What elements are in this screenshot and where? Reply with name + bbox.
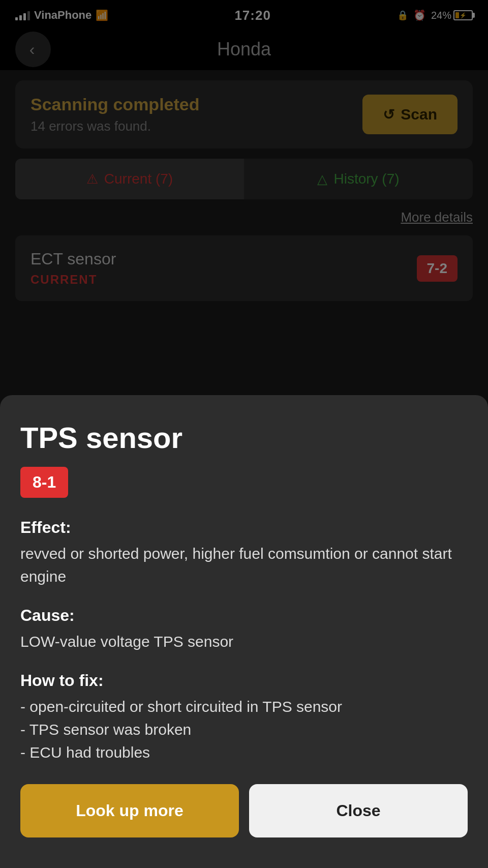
bolt-icon: ⚡ xyxy=(460,12,467,19)
scan-button-label: Scan xyxy=(401,106,437,123)
effect-label: Effect: xyxy=(20,518,468,537)
scan-info: Scanning completed 14 errors was found. xyxy=(30,95,200,134)
signal-bars-icon xyxy=(15,10,30,20)
how-to-fix-section: How to fix: - open-circuited or short ci… xyxy=(20,671,468,764)
nav-header: ‹ Honda xyxy=(0,28,488,70)
status-bar: VinaPhone 📶 17:20 🔒 ⏰ 24% ⚡ xyxy=(0,0,488,28)
tab-current-label: Current (7) xyxy=(104,171,173,187)
effect-text: revved or shorted power, higher fuel com… xyxy=(20,542,468,588)
how-to-fix-label: How to fix: xyxy=(20,671,468,690)
bottom-sheet: TPS sensor 8-1 Effect: revved or shorted… xyxy=(0,395,488,868)
warning-icon-current: ⚠ xyxy=(86,171,98,187)
error-code-badge: 7-2 xyxy=(417,255,458,282)
tabs-container: ⚠ Current (7) △ History (7) xyxy=(15,159,473,199)
battery-percent-label: 24% xyxy=(431,10,451,21)
scan-card: Scanning completed 14 errors was found. … xyxy=(15,80,473,148)
back-button[interactable]: ‹ xyxy=(15,32,51,67)
sensor-code-badge: 8-1 xyxy=(20,467,68,498)
refresh-icon: ↺ xyxy=(383,106,394,123)
lock-icon: 🔒 xyxy=(397,10,408,21)
cause-label: Cause: xyxy=(20,606,468,625)
close-button[interactable]: Close xyxy=(249,784,468,837)
battery-container: 24% ⚡ xyxy=(431,10,473,21)
effect-section: Effect: revved or shorted power, higher … xyxy=(20,518,468,588)
back-chevron-icon: ‹ xyxy=(29,40,35,59)
bottom-actions: Look up more Close xyxy=(20,784,468,837)
look-up-more-button[interactable]: Look up more xyxy=(20,784,239,837)
how-to-fix-text: - open-circuited or short circuited in T… xyxy=(20,695,468,764)
scan-status-label: Scanning completed xyxy=(30,95,200,114)
sensor-title: TPS sensor xyxy=(20,421,468,455)
alarm-icon: ⏰ xyxy=(413,9,426,21)
more-details-row: More details xyxy=(0,199,488,230)
error-info: ECT sensor CURRENT xyxy=(30,250,116,287)
tab-history[interactable]: △ History (7) xyxy=(244,159,473,199)
more-details-link[interactable]: More details xyxy=(401,209,473,225)
page-title: Honda xyxy=(217,39,271,60)
battery-fill xyxy=(455,12,459,18)
error-item[interactable]: ECT sensor CURRENT 7-2 xyxy=(15,235,473,301)
cause-text: LOW-value voltage TPS sensor xyxy=(20,630,468,653)
tab-current[interactable]: ⚠ Current (7) xyxy=(15,159,244,199)
error-name-label: ECT sensor xyxy=(30,250,116,268)
tab-history-label: History (7) xyxy=(333,171,399,187)
battery-icon: ⚡ xyxy=(453,10,473,20)
carrier-label: VinaPhone xyxy=(34,9,92,22)
cause-section: Cause: LOW-value voltage TPS sensor xyxy=(20,606,468,653)
warning-icon-history: △ xyxy=(317,171,327,187)
status-right: 🔒 ⏰ 24% ⚡ xyxy=(397,9,473,21)
time-label: 17:20 xyxy=(234,8,271,23)
wifi-icon: 📶 xyxy=(96,9,108,21)
error-type-label: CURRENT xyxy=(30,273,116,287)
scan-button[interactable]: ↺ Scan xyxy=(362,95,458,134)
scan-subtitle-label: 14 errors was found. xyxy=(30,118,200,134)
status-left: VinaPhone 📶 xyxy=(15,9,108,22)
